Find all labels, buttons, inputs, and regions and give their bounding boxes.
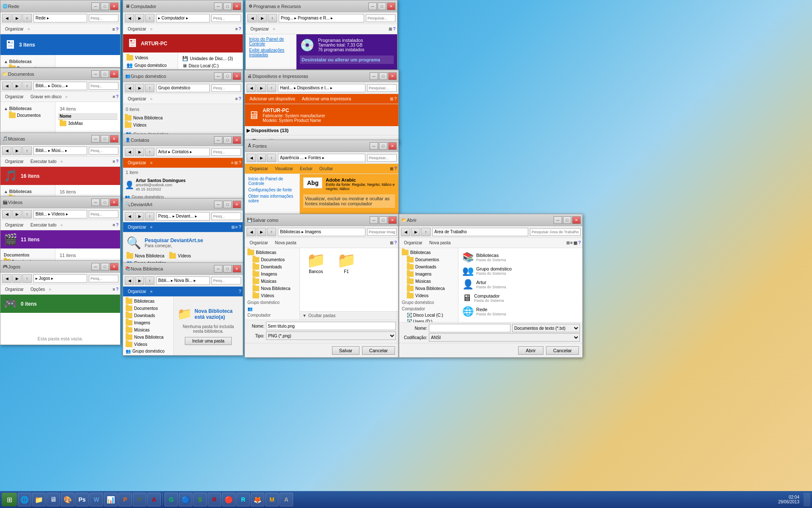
salvar-organize-btn[interactable]: Organizar (247, 239, 271, 246)
grupo-back-btn[interactable]: ◀ (125, 84, 134, 92)
abrir-forward-btn[interactable]: ▶ (411, 228, 420, 236)
taskbar-green-btn[interactable]: G (165, 493, 178, 506)
abrir-organize-btn[interactable]: Organizar (401, 239, 425, 246)
taskbar-notepad-btn[interactable]: Ps (75, 493, 89, 506)
prog-action[interactable]: Desinstalar ou alterar um programa (300, 55, 394, 64)
font-visualizar-btn[interactable]: Visualizar (272, 165, 296, 172)
dev-maximize-btn[interactable]: □ (223, 201, 232, 208)
taskbar-word-btn[interactable]: W (90, 493, 103, 506)
vid-forward-btn[interactable]: ▶ (12, 210, 22, 218)
rede-minimize-btn[interactable]: ─ (91, 3, 100, 10)
font-config-link[interactable]: Configurações de fonte (247, 187, 298, 193)
cont-info-icon[interactable]: ? (239, 160, 241, 165)
grupo-address[interactable]: Grupo doméstico (156, 84, 210, 92)
abrir-cancel-btn[interactable]: Cancelar (546, 346, 579, 355)
doc-list-item-3dsmax[interactable]: 3dsMax (58, 120, 118, 127)
disp-address[interactable]: Hard... ▸ Dispositivos e I... ▸ (278, 84, 365, 92)
prog-search-input[interactable] (366, 14, 395, 22)
nova-incluir-btn[interactable]: Incluir uma pasta (185, 337, 231, 345)
abrir-up-btn[interactable]: ↑ (421, 228, 431, 236)
abrir-sb-nova[interactable]: Nova Biblioteca (400, 285, 457, 292)
nova-sb-nova[interactable]: Nova Biblioteca (124, 334, 173, 341)
prog-up-btn[interactable]: ↑ (268, 14, 277, 22)
abrir-maximize-btn[interactable]: □ (563, 216, 571, 224)
comp-view-icon[interactable]: ≡ (236, 27, 238, 31)
mus-minimize-btn[interactable]: ─ (91, 135, 100, 143)
abrir-sb-dl[interactable]: Downloads (400, 263, 457, 271)
taskbar-proj-btn[interactable]: P (133, 493, 146, 506)
cont-view2-icon[interactable]: ⊞ (234, 160, 238, 165)
cont-view-icon[interactable]: ≡ (231, 160, 234, 165)
dev-minimize-btn[interactable]: ─ (214, 201, 222, 208)
abrir-nova-pasta-btn[interactable]: Nova pasta (426, 239, 454, 246)
jog-back-btn[interactable]: ◀ (2, 274, 11, 283)
doc-close-btn[interactable]: ✕ (110, 70, 118, 78)
taskbar-explorer-btn[interactable]: 📁 (32, 493, 46, 506)
abrir-sb-vid[interactable]: Vídeos (400, 292, 457, 299)
abrir-close-btn[interactable]: ✕ (572, 216, 581, 224)
abrir-sb-img[interactable]: Imagens (400, 271, 457, 278)
font-ocultar-btn[interactable]: Ocultar (316, 165, 336, 172)
abrir-encode-select[interactable]: ANSI (429, 333, 580, 342)
vid-up-btn[interactable]: ↑ (22, 210, 32, 218)
salvar-maximize-btn[interactable]: □ (379, 216, 387, 224)
font-maximize-btn[interactable]: □ (379, 142, 387, 150)
jog-up-btn[interactable]: ↑ (22, 274, 32, 283)
disp-forward-btn[interactable]: ▶ (257, 84, 266, 92)
cont-forward-btn[interactable]: ▶ (135, 148, 144, 156)
taskbar-red-btn[interactable]: 🔴 (222, 493, 236, 506)
taskbar-ie-btn[interactable]: 🌐 (18, 493, 31, 506)
rede-forward-btn[interactable]: ▶ (12, 14, 22, 22)
font-view-icon[interactable]: ⊞ (390, 166, 393, 171)
nova-sb-vid[interactable]: Vídeos (124, 341, 173, 348)
taskbar-ppt-btn[interactable]: P (118, 493, 132, 506)
comp-sidebar-videos[interactable]: Vídeos (125, 54, 176, 61)
nova-info-icon[interactable]: ? (239, 289, 241, 294)
nova-minimize-btn[interactable]: ─ (214, 265, 222, 273)
comp-close-btn[interactable]: ✕ (233, 3, 241, 10)
comp-item-disco[interactable]: 🖥 Disco Local (C:) (181, 62, 240, 69)
abrir-filename-input[interactable] (429, 324, 510, 332)
comp-back-btn[interactable]: ◀ (125, 14, 134, 22)
mus-up-btn[interactable]: ↑ (22, 146, 32, 155)
vid-maximize-btn[interactable]: □ (101, 199, 109, 206)
rede-back-btn[interactable]: ◀ (2, 14, 11, 22)
rede-organize-btn[interactable]: Organizar (2, 25, 27, 33)
jog-address[interactable]: ▸ Jogos ▸ (33, 274, 87, 283)
grupo-videos[interactable]: Vídeos (123, 121, 243, 129)
nova-sb-bibl[interactable]: Bibliotecas (124, 298, 173, 305)
jog-forward-btn[interactable]: ▶ (12, 274, 22, 283)
grupo-organize-btn[interactable]: Organizar (125, 95, 149, 102)
abrir-info-icon[interactable]: ? (578, 240, 581, 245)
cont-search-input[interactable] (211, 148, 241, 156)
prog-view-icon[interactable]: ⊞ (389, 27, 392, 31)
disp-back-btn[interactable]: ◀ (247, 84, 256, 92)
nova-up-btn[interactable]: ↑ (145, 276, 154, 285)
mus-close-btn[interactable]: ✕ (110, 135, 118, 143)
vid-close-btn[interactable]: ✕ (110, 199, 118, 206)
rede-view-icon[interactable]: ≡ (112, 27, 115, 32)
doc-gravar-btn[interactable]: Gravar em disco (27, 93, 64, 100)
font-excluir-btn[interactable]: Excluir (297, 165, 315, 172)
vid-info-icon[interactable]: ? (116, 223, 118, 227)
nova-close-btn[interactable]: ✕ (233, 265, 241, 273)
grupo-close-btn[interactable]: ✕ (233, 72, 241, 80)
font-inicio-link[interactable]: Início do Painel de Controle (247, 176, 298, 187)
cont-back-btn[interactable]: ◀ (125, 148, 134, 156)
font-up-btn[interactable]: ↑ (267, 154, 276, 162)
salvar-filetype-select[interactable]: PNG (*.png) (266, 331, 396, 340)
grupo-info-icon[interactable]: ? (239, 97, 241, 101)
rede-close-btn[interactable]: ✕ (110, 3, 118, 10)
salvar-back-btn[interactable]: ◀ (247, 228, 256, 236)
jog-minimize-btn[interactable]: ─ (91, 263, 100, 271)
doc-forward-btn[interactable]: ▶ (12, 82, 22, 90)
cont-address[interactable]: Artur ▸ Contatos ▸ (156, 148, 210, 156)
mus-view-icon[interactable]: ≡ (113, 159, 115, 164)
salvar-view-icon[interactable]: ⊞ (390, 240, 393, 245)
comp-minimize-btn[interactable]: ─ (214, 3, 222, 10)
dev-back-btn[interactable]: ◀ (125, 212, 134, 221)
jog-maximize-btn[interactable]: □ (101, 263, 109, 271)
salvar-cancel-btn[interactable]: Cancelar (362, 346, 395, 355)
vid-executar-btn[interactable]: Executar tudo (27, 221, 60, 229)
mus-maximize-btn[interactable]: □ (101, 135, 109, 143)
